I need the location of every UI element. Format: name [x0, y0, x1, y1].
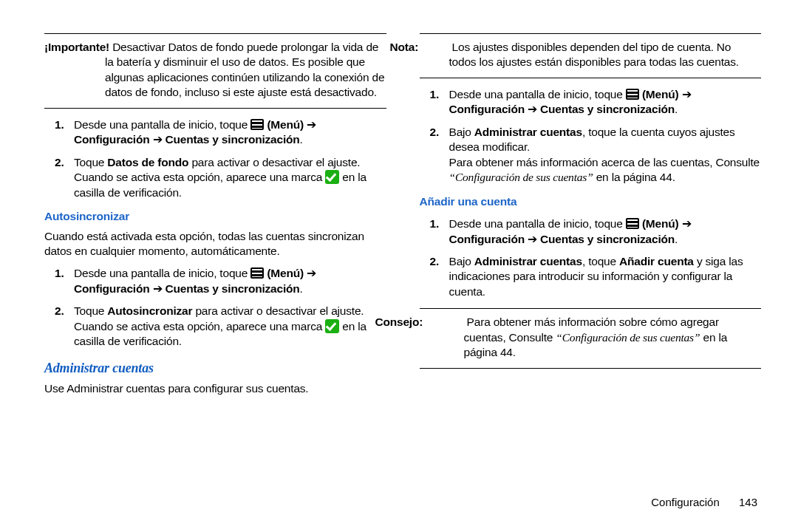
right-column: Nota: Los ajustes disponibles dependen d… [420, 33, 762, 404]
nota-box: Nota: Los ajustes disponibles dependen d… [420, 33, 762, 78]
step-marker: 1. [55, 117, 64, 132]
check-icon [325, 170, 339, 184]
consejo-box: Consejo: Para obtener más información so… [420, 308, 762, 368]
step-2: 2. Toque Datos de fondo para activar o d… [74, 155, 386, 200]
reference-link[interactable]: “Configuración de sus cuentas” [556, 331, 700, 344]
step-marker: 2. [430, 254, 440, 269]
step-1: 1. Desde una pantalla de inicio, toque (… [74, 266, 386, 296]
step-2: 2. Toque Autosincronizar para activar o … [74, 304, 386, 349]
autosync-para: Cuando está activada esta opción, todas … [44, 229, 386, 259]
text: Desde una pantalla de inicio, toque [74, 118, 250, 131]
acc: Cuentas y sincronización [165, 133, 299, 146]
important-text: Desactivar Datos de fondo puede prolonga… [105, 41, 384, 98]
check-icon [325, 319, 339, 333]
step-marker: 1. [430, 216, 440, 231]
menu-icon [626, 89, 639, 100]
autosync-heading: Autosincronizar [44, 209, 386, 224]
arrow: ➔ [307, 118, 316, 131]
steps-manage: 1. Desde una pantalla de inicio, toque (… [420, 87, 762, 185]
nota-label: Nota: [390, 41, 419, 53]
step-1: 1. Desde una pantalla de inicio, toque (… [74, 117, 386, 148]
bold: Datos de fondo [107, 156, 188, 168]
step-2: 2. Bajo Administrar cuentas, toque Añadi… [449, 254, 762, 299]
arrow2: ➔ [153, 133, 166, 146]
nota-text: Los ajustes disponibles dependen del tip… [449, 41, 739, 68]
reference-link[interactable]: “Configuración de sus cuentas” [449, 171, 593, 183]
manage-accounts-para: Use Administrar cuentas para configurar … [44, 381, 386, 396]
chapter-name: Configuración [651, 496, 720, 508]
important-note: ¡Importante! Desactivar Datos de fondo p… [44, 33, 386, 109]
step-marker: 1. [55, 266, 64, 281]
step-marker: 2. [55, 155, 64, 170]
menu-icon [250, 267, 264, 279]
conf: Configuración [74, 133, 149, 146]
steps-autosync: 1. Desde una pantalla de inicio, toque (… [44, 266, 386, 349]
step-2: 2. Bajo Administrar cuentas, toque la cu… [449, 125, 762, 185]
manage-accounts-heading: Administrar cuentas [44, 360, 386, 378]
pre: Toque [74, 156, 107, 168]
step-1: 1. Desde una pantalla de inicio, toque (… [449, 87, 762, 117]
page-number: 143 [739, 496, 757, 508]
page-footer: Configuración 143 [651, 495, 757, 510]
steps-datos-de-fondo: 1. Desde una pantalla de inicio, toque (… [44, 117, 386, 200]
step-marker: 2. [430, 125, 440, 140]
menu-icon [250, 119, 264, 130]
add-account-heading: Añadir una cuenta [420, 194, 762, 209]
menu-label: (Menú) [267, 118, 304, 131]
manual-page: ¡Importante! Desactivar Datos de fondo p… [0, 0, 798, 532]
step-marker: 1. [430, 87, 440, 102]
left-column: ¡Importante! Desactivar Datos de fondo p… [44, 33, 386, 404]
important-label: ¡Importante! [44, 41, 109, 53]
menu-icon [626, 218, 639, 229]
columns: ¡Importante! Desactivar Datos de fondo p… [44, 33, 761, 404]
step-marker: 2. [55, 304, 64, 318]
steps-add: 1. Desde una pantalla de inicio, toque (… [420, 216, 762, 299]
step-1: 1. Desde una pantalla de inicio, toque (… [449, 216, 762, 247]
